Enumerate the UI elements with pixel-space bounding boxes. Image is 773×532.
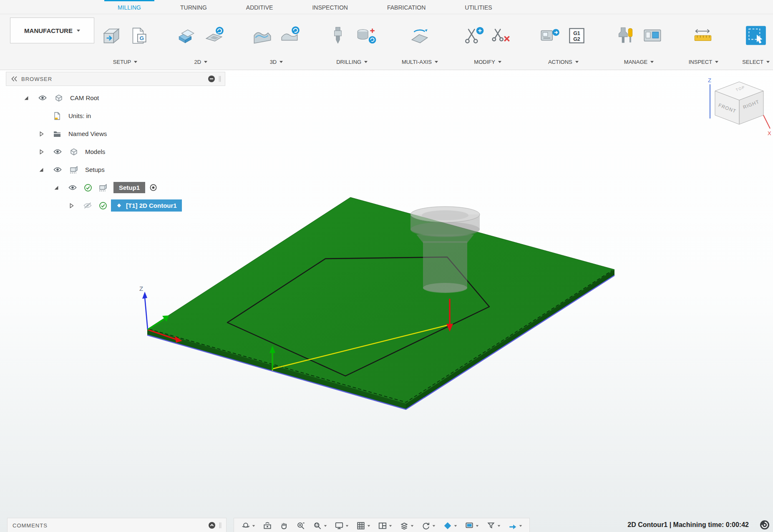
tab-milling[interactable]: MILLING (104, 0, 154, 14)
display-settings-icon[interactable] (331, 518, 353, 532)
chevron-down-icon (454, 525, 457, 527)
ribbon-group-manage: MANAGE (613, 14, 665, 70)
ribbon-tabs: MILLINGTURNINGADDITIVEINSPECTIONFABRICAT… (0, 0, 773, 14)
ribbon-group-multi-axis: MULTI-AXIS (402, 14, 438, 70)
tab-turning[interactable]: TURNING (167, 0, 220, 14)
group-dropdown-setup[interactable]: SETUP (113, 57, 137, 70)
view-cube[interactable]: Z TOP FRONT RIGHT X (706, 77, 773, 150)
stock-top-face (147, 197, 614, 403)
group-dropdown-select[interactable]: SELECT (742, 57, 770, 70)
expander-closed-icon[interactable] (33, 131, 49, 137)
orbit-icon[interactable] (237, 518, 259, 532)
nc-program-icon[interactable]: G1G2 (565, 24, 589, 47)
collapse-panel-icon[interactable] (10, 76, 18, 82)
expander-open-icon[interactable] (33, 166, 49, 173)
visibility-icon[interactable] (34, 95, 51, 101)
group-dropdown-modify[interactable]: MODIFY (474, 57, 501, 70)
visibility-icon[interactable] (49, 149, 66, 155)
chevron-down-icon (77, 30, 80, 32)
visibility-icon[interactable] (64, 184, 81, 191)
group-dropdown-inspect[interactable]: INSPECT (689, 57, 718, 70)
effects-icon[interactable] (483, 518, 504, 532)
chevron-down-icon (715, 61, 718, 63)
appearance-icon[interactable] (439, 518, 461, 532)
chevron-down-icon (650, 61, 654, 63)
group-dropdown-2d[interactable]: 2D (194, 57, 207, 70)
assistant-icon[interactable] (760, 520, 770, 530)
expander-open-icon[interactable] (18, 95, 34, 101)
workspace-switcher[interactable]: MANUFACTURE (10, 18, 94, 43)
expand-comments-icon[interactable] (208, 522, 216, 529)
manual-nc-icon[interactable]: G (127, 24, 151, 47)
group-dropdown-drilling[interactable]: DRILLING (336, 57, 368, 70)
comments-drag-grip[interactable] (219, 522, 221, 528)
comments-title: COMMENTS (13, 522, 208, 529)
group-dropdown-manage[interactable]: MANAGE (624, 57, 654, 70)
tree-item-setups[interactable]: Setups (6, 161, 225, 179)
trim-toolpath-icon[interactable] (462, 24, 486, 47)
tree-item-t1-2d-contour1[interactable]: [T1] 2D Contour1 (6, 197, 225, 214)
tab-inspection[interactable]: INSPECTION (299, 0, 361, 14)
chevron-down-icon (279, 61, 283, 63)
group-label-drilling: DRILLING (336, 59, 361, 65)
tab-utilities[interactable]: UTILITIES (451, 0, 505, 14)
camera-rotate-icon[interactable] (418, 518, 439, 532)
post-process-icon[interactable] (537, 24, 561, 47)
generated-check-icon (96, 202, 110, 210)
group-dropdown-actions[interactable]: ACTIONS (548, 57, 579, 70)
viewports-icon[interactable] (374, 518, 396, 532)
group-icons-modify (462, 14, 514, 57)
expander-closed-icon[interactable] (63, 202, 79, 209)
panel-drag-grip[interactable] (219, 76, 221, 82)
workspace-switcher-label: MANUFACTURE (24, 27, 73, 34)
3d-pocket-icon[interactable] (250, 24, 274, 47)
multi-axis-icon[interactable] (408, 24, 432, 47)
chevron-down-icon (134, 61, 137, 63)
environment-icon[interactable] (461, 518, 483, 532)
svg-text:G: G (139, 35, 144, 41)
chevron-down-icon (368, 525, 370, 527)
stock-board[interactable] (147, 197, 614, 410)
tool-library-icon[interactable] (613, 24, 637, 47)
chevron-down-icon (435, 61, 438, 63)
measure-icon[interactable] (691, 24, 715, 47)
group-dropdown-multi-axis[interactable]: MULTI-AXIS (402, 57, 438, 70)
expander-open-icon[interactable] (48, 184, 64, 191)
group-icons-setup: G (99, 14, 151, 57)
machine-library-icon[interactable] (641, 24, 665, 47)
visual-style-icon[interactable] (396, 518, 418, 532)
component-icon (51, 94, 67, 102)
active-setup-radio-icon[interactable] (149, 184, 157, 192)
3d-contour-icon[interactable] (278, 24, 302, 47)
setup-icon (95, 184, 111, 192)
tree-item-units-in[interactable]: Units: in (6, 107, 225, 125)
tree-item-named-views[interactable]: Named Views (6, 125, 225, 143)
pan-icon[interactable] (276, 518, 292, 532)
navigation-arrow-icon[interactable] (504, 518, 526, 532)
expander-closed-icon[interactable] (33, 149, 49, 155)
visibility-icon[interactable] (49, 166, 66, 173)
tree-item-cam-root[interactable]: CAM Root (6, 89, 225, 107)
hide-browser-icon[interactable] (208, 75, 215, 83)
2d-pocket-icon[interactable] (175, 24, 199, 47)
new-setup-icon[interactable] (99, 24, 123, 47)
grid-settings-icon[interactable] (353, 518, 374, 532)
tab-fabrication[interactable]: FABRICATION (374, 0, 439, 14)
zoom-icon[interactable] (292, 518, 309, 532)
tree-item-models[interactable]: Models (6, 143, 225, 161)
look-at-icon[interactable] (259, 518, 276, 532)
tab-additive[interactable]: ADDITIVE (233, 0, 287, 14)
drill-icon[interactable] (326, 24, 350, 47)
ribbon-group-setup: GSETUP (99, 14, 151, 70)
group-dropdown-3d[interactable]: 3D (270, 57, 283, 70)
group-icons-multi-axis (408, 14, 432, 57)
select-icon[interactable] (744, 24, 768, 47)
delete-toolpath-icon[interactable] (489, 24, 514, 47)
comments-bar[interactable]: COMMENTS (7, 518, 227, 532)
selected-toolpath[interactable]: [T1] 2D Contour1 (111, 199, 182, 212)
hole-recognition-icon[interactable] (354, 24, 378, 47)
fit-icon[interactable] (309, 518, 331, 532)
2d-contour-icon[interactable] (202, 24, 227, 47)
tree-item-setup1[interactable]: Setup1 (6, 179, 225, 197)
visibility-off-icon[interactable] (79, 202, 96, 209)
